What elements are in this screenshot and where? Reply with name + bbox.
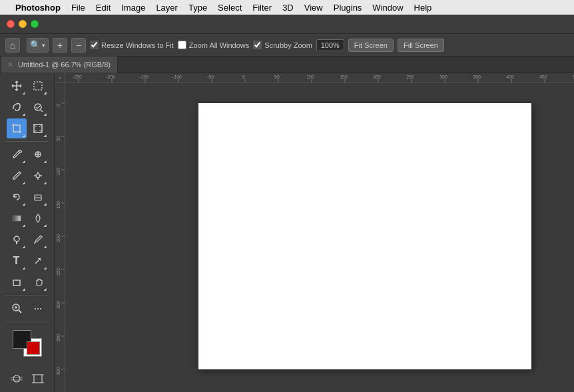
svg-text:400: 400 (56, 367, 61, 375)
svg-point-1 (35, 104, 41, 110)
scrubby-zoom-group: Scrubby Zoom (253, 41, 312, 49)
svg-text:150: 150 (56, 201, 61, 209)
menu-window[interactable]: Window (368, 1, 408, 14)
brush-tool[interactable] (7, 166, 27, 186)
menu-plugins[interactable]: Plugins (329, 1, 367, 14)
menu-3d[interactable]: 3D (278, 1, 298, 14)
hand-tool[interactable] (28, 272, 48, 292)
zoom-tool[interactable] (7, 298, 27, 318)
svg-text:450: 450 (539, 75, 547, 79)
svg-text:250: 250 (56, 268, 61, 276)
tab-close-button[interactable]: × (8, 60, 13, 69)
svg-text:0: 0 (56, 104, 61, 106)
artboard-button[interactable] (29, 369, 47, 388)
svg-text:400: 400 (506, 75, 514, 79)
tool-separator-1 (5, 141, 49, 142)
path-selection-tool[interactable] (28, 251, 48, 271)
crop-tool[interactable] (7, 118, 27, 138)
frame-tool[interactable] (28, 118, 48, 138)
svg-text:50: 50 (274, 75, 280, 79)
menu-type[interactable]: Type (184, 1, 212, 14)
minimize-button[interactable] (19, 20, 27, 28)
svg-rect-6 (13, 216, 21, 221)
zoom-in-button[interactable]: + (53, 38, 67, 53)
zoom-in-icon: + (57, 40, 63, 51)
traffic-lights (7, 20, 39, 28)
svg-text:200: 200 (56, 234, 61, 242)
menu-image[interactable]: Image (117, 1, 150, 14)
ruler-h-svg: -250 -200 -150 -100 -50 0 50 100 (65, 73, 574, 83)
menu-layer[interactable]: Layer (151, 1, 182, 14)
fill-screen-button[interactable]: Fill Screen (398, 39, 444, 52)
menu-bar: Photoshop File Edit Image Layer Type Sel… (0, 0, 574, 15)
title-bar (0, 15, 574, 33)
blur-tool[interactable] (28, 208, 48, 228)
resize-windows-group: Resize Windows to Fit (90, 41, 174, 49)
svg-rect-16 (11, 377, 22, 380)
svg-rect-17 (34, 375, 42, 383)
tool-row-5 (0, 165, 54, 186)
zoom-dropdown-arrow: ▾ (42, 42, 45, 49)
document-tab[interactable]: × Untitled-1 @ 66.7% (RGB/8) (1, 57, 118, 73)
canvas-area[interactable]: ◂ -250 -200 -150 -100 -50 (55, 73, 574, 392)
ruler-corner[interactable]: ◂ (55, 73, 65, 83)
menu-file[interactable]: File (67, 1, 90, 14)
tool-row-6 (0, 186, 54, 208)
svg-text:150: 150 (340, 75, 348, 79)
ruler-corner-icon: ◂ (59, 75, 61, 81)
lasso-tool[interactable] (7, 97, 27, 117)
tool-row-3 (0, 118, 54, 139)
zoom-tool-selector[interactable]: 🔍 ▾ (27, 38, 49, 53)
tool-row-7 (0, 208, 54, 229)
home-button[interactable]: ⌂ (5, 38, 20, 53)
tool-row-1 (0, 75, 54, 97)
svg-text:100: 100 (56, 168, 61, 176)
marquee-tool[interactable] (28, 76, 48, 96)
move-tool[interactable] (7, 76, 27, 96)
eraser-tool[interactable] (28, 187, 48, 207)
toolbar: T ··· (0, 73, 55, 392)
tool-row-10 (0, 272, 54, 293)
document-tab-title: Untitled-1 @ 66.7% (RGB/8) (18, 61, 111, 69)
canvas-container[interactable] (65, 83, 574, 392)
healing-brush-tool[interactable] (28, 144, 48, 164)
canvas[interactable] (198, 103, 531, 369)
zoom-all-windows-checkbox[interactable] (178, 41, 186, 49)
zoom-out-button[interactable]: − (71, 38, 86, 53)
more-tools[interactable]: ··· (28, 298, 48, 318)
menu-edit[interactable]: Edit (91, 1, 115, 14)
menu-select[interactable]: Select (213, 1, 246, 14)
main-area: T ··· (0, 73, 574, 392)
fit-screen-button[interactable]: Fit Screen (348, 39, 394, 52)
scrubby-zoom-checkbox[interactable] (253, 41, 262, 49)
svg-rect-0 (34, 82, 42, 90)
menu-photoshop[interactable]: Photoshop (11, 1, 65, 14)
maximize-button[interactable] (31, 20, 39, 28)
quick-mask-button[interactable] (7, 369, 26, 388)
svg-line-12 (19, 310, 21, 313)
shape-tool[interactable] (7, 272, 27, 292)
eyedropper-tool[interactable] (7, 144, 27, 164)
clone-stamp-tool[interactable] (28, 166, 48, 186)
color-swatches (13, 330, 42, 357)
tab-bar: × Untitled-1 @ 66.7% (RGB/8) (0, 57, 574, 73)
close-button[interactable] (7, 20, 15, 28)
zoom-out-icon: − (76, 40, 81, 51)
text-tool[interactable]: T (7, 251, 27, 271)
resize-windows-checkbox[interactable] (90, 41, 99, 49)
foreground-red-swatch[interactable] (27, 341, 40, 355)
pen-tool[interactable] (28, 230, 48, 250)
zoom-all-windows-group: Zoom All Windows (178, 41, 249, 49)
quick-selection-tool[interactable] (28, 97, 48, 117)
zoom-percent-input[interactable]: 100% (316, 39, 344, 51)
svg-text:300: 300 (56, 301, 61, 309)
menu-help[interactable]: Help (410, 1, 437, 14)
history-brush-tool[interactable] (7, 187, 27, 207)
gradient-tool[interactable] (7, 208, 27, 228)
resize-windows-label: Resize Windows to Fit (101, 41, 174, 49)
menu-view[interactable]: View (300, 1, 328, 14)
svg-text:-100: -100 (172, 75, 182, 79)
menu-filter[interactable]: Filter (248, 1, 276, 14)
dodge-tool[interactable] (7, 230, 27, 250)
tool-row-8 (0, 229, 54, 250)
